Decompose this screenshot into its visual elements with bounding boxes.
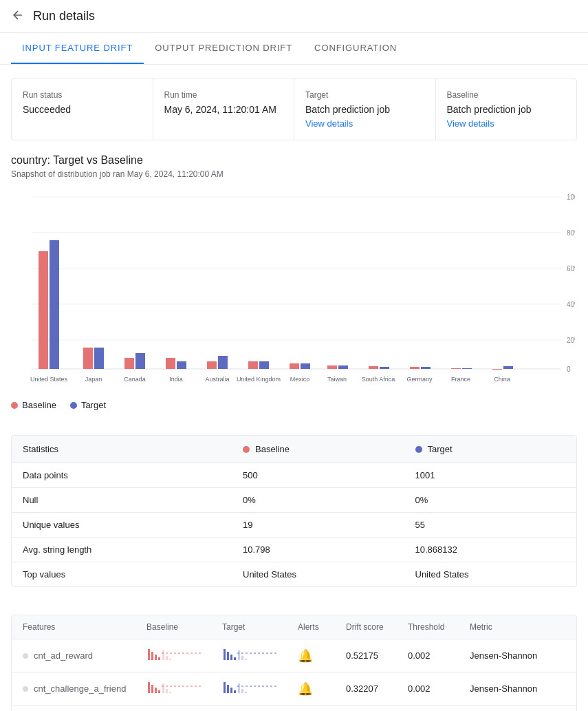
svg-rect-26 (290, 363, 299, 369)
stats-target-val: 10.868132 (404, 538, 577, 562)
svg-text:France: France (451, 376, 470, 383)
tabs-bar: INPUT FEATURE DRIFT OUTPUT PREDICTION DR… (0, 33, 588, 65)
tab-input-feature-drift[interactable]: INPUT FEATURE DRIFT (11, 33, 144, 64)
target-indicator (415, 446, 422, 453)
stats-col-statistics: Statistics (12, 436, 232, 463)
feature-alert: 🔔 (298, 681, 346, 697)
feature-alert: 🔔 (298, 648, 346, 664)
target-view-details-link[interactable]: View details (305, 118, 353, 129)
features-rows: cnt_ad_reward 🔔 0.52175 0.002 Je (12, 639, 576, 711)
stats-label: Avg. string length (12, 538, 232, 562)
baseline-sparkline (146, 646, 208, 663)
feature-row-0: cnt_ad_reward 🔔 0.52175 0.002 Je (12, 639, 576, 672)
feature-name: cnt_ad_reward (23, 650, 146, 661)
back-button[interactable] (11, 8, 25, 24)
baseline-view-details-link[interactable]: View details (447, 118, 494, 129)
svg-rect-45 (151, 652, 153, 660)
stats-row-4: Top values United States United States (12, 562, 576, 586)
stats-row-0: Data points 500 1001 (12, 463, 576, 488)
stats-baseline-label: Baseline (255, 444, 290, 454)
svg-rect-42 (503, 366, 513, 369)
svg-text:United States: United States (30, 376, 68, 383)
svg-text:Taiwan: Taiwan (327, 376, 347, 383)
svg-rect-55 (234, 657, 236, 660)
svg-rect-67 (169, 692, 171, 693)
svg-text:India: India (169, 376, 183, 383)
bar-jp-target (94, 348, 104, 369)
svg-rect-21 (218, 356, 228, 369)
tab-configuration[interactable]: CONFIGURATION (303, 33, 408, 64)
stats-target-val: 55 (404, 513, 577, 537)
svg-rect-49 (162, 650, 164, 660)
svg-rect-69 (227, 685, 229, 693)
chart-legend: Baseline Target (11, 400, 577, 410)
features-table: Features Baseline Target Alerts Drift sc… (11, 615, 577, 711)
svg-rect-73 (238, 683, 240, 693)
svg-rect-50 (166, 656, 168, 660)
svg-rect-15 (135, 353, 145, 369)
svg-text:Canada: Canada (124, 376, 146, 383)
feature-drift-score: 0.52175 (346, 650, 408, 661)
legend-target: Target (70, 400, 106, 410)
svg-rect-74 (241, 689, 243, 693)
alert-bell-icon: 🔔 (298, 649, 313, 663)
feature-threshold: 0.002 (408, 683, 470, 694)
feature-target-chart (222, 646, 298, 665)
svg-rect-52 (224, 649, 226, 660)
svg-rect-65 (162, 683, 164, 693)
stats-label: Data points (12, 463, 232, 487)
feature-threshold: 0.002 (408, 650, 470, 661)
svg-text:United Kingdom: United Kingdom (237, 376, 281, 383)
svg-rect-75 (245, 692, 247, 693)
svg-text:0: 0 (567, 365, 571, 373)
feature-name: cnt_challenge_a_friend (23, 683, 146, 694)
svg-rect-54 (230, 655, 232, 660)
run-status-card: Run status Succeeded (12, 79, 153, 140)
target-sparkline (222, 679, 284, 696)
stats-baseline-val: 10.798 (232, 538, 404, 562)
svg-rect-71 (234, 690, 236, 693)
svg-rect-41 (492, 369, 502, 370)
legend-baseline: Baseline (11, 400, 56, 410)
page-title: Run details (33, 9, 95, 23)
stats-col-target: Target (404, 436, 577, 463)
feature-drift-score: 0.32207 (346, 683, 408, 694)
svg-text:Germany: Germany (406, 376, 433, 383)
chart-section: country: Target vs Baseline Snapshot of … (0, 154, 588, 435)
run-time-card: Run time May 6, 2024, 11:20:01 AM (153, 79, 295, 140)
stats-baseline-val: 500 (232, 463, 404, 487)
svg-rect-59 (245, 659, 247, 660)
svg-rect-44 (148, 649, 150, 660)
svg-text:100%: 100% (567, 193, 575, 201)
stats-row-2: Unique values 19 55 (12, 513, 576, 538)
bar-jp-baseline (83, 348, 93, 369)
run-time-value: May 6, 2024, 11:20:01 AM (164, 104, 283, 115)
baseline-indicator (243, 446, 250, 453)
baseline-value: Batch prediction job (447, 104, 566, 115)
stats-baseline-val: 19 (232, 513, 404, 537)
baseline-label: Baseline (447, 90, 566, 100)
feature-metric: Jensen-Shannon (470, 683, 565, 694)
statistics-table: Statistics Baseline Target Data points 5… (11, 435, 577, 587)
legend-target-label: Target (81, 400, 106, 410)
svg-rect-62 (155, 688, 157, 693)
col-drift-score: Drift score (346, 622, 408, 632)
feature-baseline-chart (146, 646, 222, 665)
svg-rect-23 (248, 361, 258, 369)
svg-rect-63 (158, 690, 160, 693)
svg-text:60%: 60% (567, 265, 575, 273)
feature-baseline-chart (146, 679, 222, 698)
col-threshold: Threshold (408, 622, 470, 632)
feature-name-text: cnt_ad_reward (34, 650, 93, 661)
tab-output-prediction-drift[interactable]: OUTPUT PREDICTION DRIFT (144, 33, 303, 64)
stats-label: Top values (12, 562, 232, 586)
col-metric: Metric (470, 622, 565, 632)
svg-text:Australia: Australia (205, 376, 229, 383)
stats-row-1: Null 0% 0% (12, 488, 576, 513)
svg-text:Japan: Japan (85, 376, 102, 383)
target-card: Target Batch prediction job View details (294, 79, 436, 140)
svg-rect-35 (410, 367, 420, 369)
svg-rect-17 (166, 358, 175, 369)
svg-text:20%: 20% (567, 337, 575, 344)
svg-rect-14 (124, 358, 134, 369)
